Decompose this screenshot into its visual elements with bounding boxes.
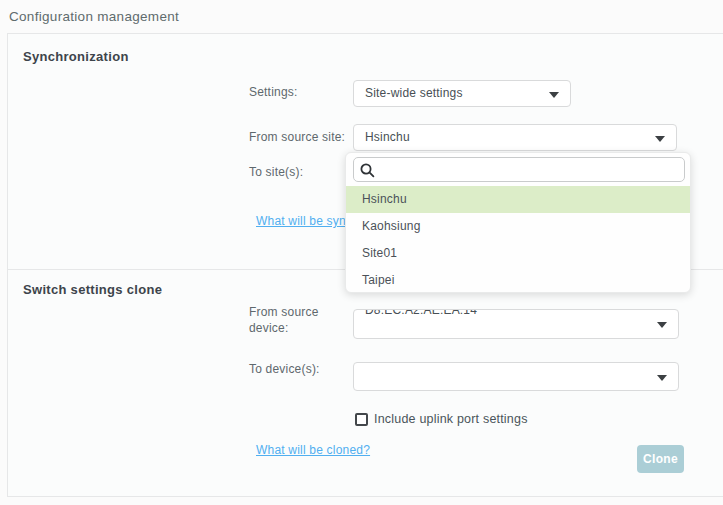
- dropdown-option-site01[interactable]: Site01: [346, 240, 690, 267]
- from-source-device-select[interactable]: D8:EC:A2:AE:EA:14: [353, 309, 679, 339]
- dropdown-option-taipei[interactable]: Taipei: [346, 267, 690, 293]
- include-uplink-checkbox-label[interactable]: Include uplink port settings: [374, 412, 528, 426]
- clone-button[interactable]: Clone: [637, 445, 684, 473]
- dropdown-option-hsinchu[interactable]: Hsinchu: [346, 186, 690, 213]
- what-will-be-cloned-link[interactable]: What will be cloned?: [256, 443, 370, 457]
- site-dropdown-panel: Hsinchu Kaohsiung Site01 Taipei: [345, 152, 691, 293]
- chevron-down-icon: [655, 136, 665, 142]
- dropdown-option-kaohsiung[interactable]: Kaohsiung: [346, 213, 690, 240]
- from-source-site-label: From source site:: [249, 129, 345, 145]
- from-source-site-select[interactable]: Hsinchu: [353, 124, 677, 151]
- include-uplink-checkbox[interactable]: [355, 413, 368, 426]
- settings-select-value: Site-wide settings: [354, 81, 570, 106]
- synchronization-heading: Synchronization: [23, 49, 129, 64]
- dropdown-options-list: Hsinchu Kaohsiung Site01 Taipei: [346, 186, 690, 293]
- switch-settings-clone-heading: Switch settings clone: [23, 282, 162, 297]
- from-source-device-select-value: D8:EC:A2:AE:EA:14: [354, 309, 477, 317]
- settings-select[interactable]: Site-wide settings: [353, 80, 571, 107]
- from-source-device-label: From source device:: [249, 304, 333, 336]
- to-devices-label: To device(s):: [249, 361, 320, 377]
- settings-label: Settings:: [249, 84, 298, 100]
- from-source-site-select-value: Hsinchu: [354, 125, 676, 150]
- chevron-down-icon: [657, 322, 667, 328]
- dropdown-search-input[interactable]: [380, 159, 680, 180]
- chevron-down-icon: [657, 375, 667, 381]
- to-devices-select[interactable]: [353, 362, 679, 391]
- chevron-down-icon: [549, 92, 559, 98]
- to-sites-label: To site(s):: [249, 164, 303, 180]
- search-icon: [359, 162, 376, 179]
- page-title: Configuration management: [9, 9, 179, 24]
- dropdown-search-box[interactable]: [353, 157, 685, 182]
- configuration-panel: Synchronization Settings: Site-wide sett…: [7, 33, 723, 497]
